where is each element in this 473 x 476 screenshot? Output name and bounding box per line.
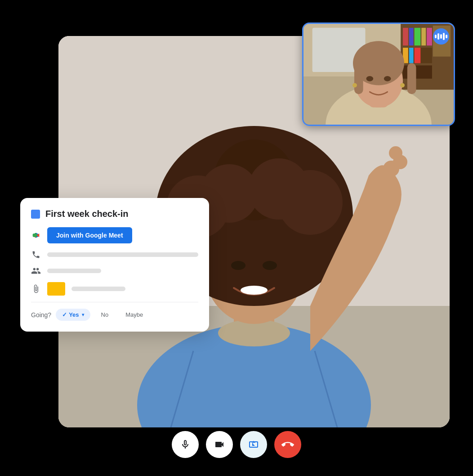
end-call-icon (281, 438, 294, 451)
card-divider (31, 302, 198, 302)
svg-rect-26 (415, 28, 421, 45)
yes-check-icon: ✓ (62, 311, 67, 318)
svg-rect-32 (415, 48, 421, 63)
svg-rect-39 (354, 63, 363, 94)
svg-point-41 (366, 76, 373, 81)
svg-rect-46 (33, 234, 37, 237)
google-meet-logo-icon (31, 230, 41, 240)
svg-point-16 (241, 286, 268, 295)
attachment-name-placeholder (71, 287, 125, 291)
card-title-row: First week check-in (31, 209, 198, 219)
svg-rect-25 (409, 28, 414, 45)
pip-video (302, 22, 455, 126)
svg-rect-28 (427, 28, 432, 45)
scene: First week check-in Join with Google Mee… (0, 0, 473, 476)
attachment-icon (31, 284, 41, 294)
mic-button[interactable] (172, 431, 199, 458)
svg-point-19 (389, 146, 402, 160)
going-label: Going? (31, 311, 51, 319)
calendar-card: First week check-in Join with Google Mee… (20, 198, 209, 332)
maybe-button[interactable]: Maybe (119, 309, 149, 321)
screen-share-button[interactable] (240, 431, 267, 458)
phone-placeholder (47, 252, 198, 257)
svg-point-42 (384, 76, 391, 81)
svg-point-44 (400, 83, 405, 88)
join-meet-button[interactable]: Join with Google Meet (47, 227, 132, 243)
camera-button[interactable] (206, 431, 233, 458)
attachment-thumbnail (47, 282, 65, 296)
controls-bar (172, 431, 301, 458)
yes-button[interactable]: ✓ Yes ▾ (56, 309, 90, 321)
event-color-dot (31, 210, 40, 219)
svg-point-13 (248, 158, 309, 220)
meet-row: Join with Google Meet (31, 227, 198, 243)
going-row: Going? ✓ Yes ▾ No Maybe (31, 309, 198, 321)
end-call-button[interactable] (274, 431, 301, 458)
mic-icon (180, 439, 191, 450)
svg-point-43 (353, 83, 357, 88)
svg-rect-33 (403, 65, 432, 78)
svg-rect-24 (403, 28, 408, 45)
pip-sound-badge (433, 28, 449, 45)
svg-point-15 (263, 261, 277, 270)
sound-bars-icon (435, 33, 447, 40)
attachment-row (31, 282, 198, 296)
people-row (31, 266, 198, 276)
svg-point-14 (231, 261, 245, 270)
no-button[interactable]: No (95, 309, 115, 321)
yes-label: Yes (69, 311, 79, 318)
camera-icon (214, 439, 225, 450)
people-icon (31, 266, 41, 276)
yes-chevron-icon: ▾ (82, 312, 84, 317)
phone-icon (31, 250, 41, 260)
people-placeholder (47, 269, 101, 273)
event-title: First week check-in (45, 209, 129, 219)
svg-rect-27 (421, 28, 426, 45)
screen-share-icon (248, 439, 259, 450)
svg-rect-40 (407, 63, 416, 94)
phone-row (31, 250, 198, 260)
svg-rect-31 (409, 48, 414, 63)
